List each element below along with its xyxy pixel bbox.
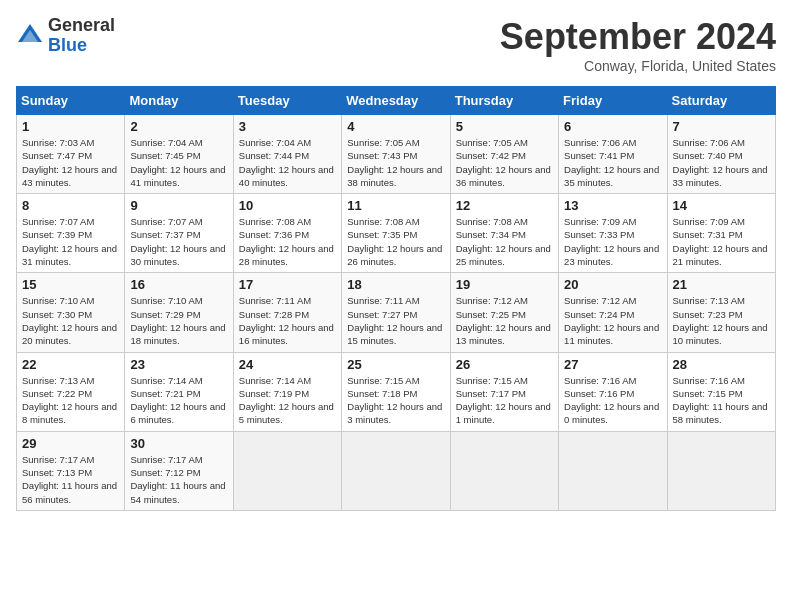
day-number: 27 <box>564 357 661 372</box>
table-cell: 16 Sunrise: 7:10 AM Sunset: 7:29 PM Dayl… <box>125 273 233 352</box>
day-info: Sunrise: 7:04 AM Sunset: 7:45 PM Dayligh… <box>130 136 227 189</box>
day-info: Sunrise: 7:14 AM Sunset: 7:21 PM Dayligh… <box>130 374 227 427</box>
day-info: Sunrise: 7:14 AM Sunset: 7:19 PM Dayligh… <box>239 374 336 427</box>
page-header: General Blue September 2024 Conway, Flor… <box>16 16 776 74</box>
day-info: Sunrise: 7:09 AM Sunset: 7:33 PM Dayligh… <box>564 215 661 268</box>
day-number: 25 <box>347 357 444 372</box>
table-cell: 23 Sunrise: 7:14 AM Sunset: 7:21 PM Dayl… <box>125 352 233 431</box>
day-number: 13 <box>564 198 661 213</box>
table-cell: 15 Sunrise: 7:10 AM Sunset: 7:30 PM Dayl… <box>17 273 125 352</box>
day-number: 3 <box>239 119 336 134</box>
logo: General Blue <box>16 16 115 56</box>
day-number: 29 <box>22 436 119 451</box>
table-cell: 29 Sunrise: 7:17 AM Sunset: 7:13 PM Dayl… <box>17 431 125 510</box>
table-cell: 5 Sunrise: 7:05 AM Sunset: 7:42 PM Dayli… <box>450 115 558 194</box>
day-number: 23 <box>130 357 227 372</box>
day-info: Sunrise: 7:08 AM Sunset: 7:36 PM Dayligh… <box>239 215 336 268</box>
day-info: Sunrise: 7:13 AM Sunset: 7:23 PM Dayligh… <box>673 294 770 347</box>
day-number: 26 <box>456 357 553 372</box>
table-cell: 12 Sunrise: 7:08 AM Sunset: 7:34 PM Dayl… <box>450 194 558 273</box>
table-cell <box>450 431 558 510</box>
table-cell: 24 Sunrise: 7:14 AM Sunset: 7:19 PM Dayl… <box>233 352 341 431</box>
day-number: 15 <box>22 277 119 292</box>
day-info: Sunrise: 7:06 AM Sunset: 7:40 PM Dayligh… <box>673 136 770 189</box>
table-cell: 8 Sunrise: 7:07 AM Sunset: 7:39 PM Dayli… <box>17 194 125 273</box>
table-cell <box>667 431 775 510</box>
day-number: 20 <box>564 277 661 292</box>
table-cell: 6 Sunrise: 7:06 AM Sunset: 7:41 PM Dayli… <box>559 115 667 194</box>
calendar-table: Sunday Monday Tuesday Wednesday Thursday… <box>16 86 776 511</box>
day-info: Sunrise: 7:04 AM Sunset: 7:44 PM Dayligh… <box>239 136 336 189</box>
day-info: Sunrise: 7:05 AM Sunset: 7:43 PM Dayligh… <box>347 136 444 189</box>
day-info: Sunrise: 7:17 AM Sunset: 7:13 PM Dayligh… <box>22 453 119 506</box>
calendar-row-1: 1 Sunrise: 7:03 AM Sunset: 7:47 PM Dayli… <box>17 115 776 194</box>
col-wednesday: Wednesday <box>342 87 450 115</box>
day-info: Sunrise: 7:06 AM Sunset: 7:41 PM Dayligh… <box>564 136 661 189</box>
day-info: Sunrise: 7:11 AM Sunset: 7:27 PM Dayligh… <box>347 294 444 347</box>
day-number: 12 <box>456 198 553 213</box>
day-number: 30 <box>130 436 227 451</box>
month-title: September 2024 <box>500 16 776 58</box>
table-cell: 19 Sunrise: 7:12 AM Sunset: 7:25 PM Dayl… <box>450 273 558 352</box>
day-number: 22 <box>22 357 119 372</box>
col-thursday: Thursday <box>450 87 558 115</box>
col-sunday: Sunday <box>17 87 125 115</box>
day-number: 6 <box>564 119 661 134</box>
day-number: 18 <box>347 277 444 292</box>
table-cell: 4 Sunrise: 7:05 AM Sunset: 7:43 PM Dayli… <box>342 115 450 194</box>
day-info: Sunrise: 7:10 AM Sunset: 7:30 PM Dayligh… <box>22 294 119 347</box>
table-cell: 9 Sunrise: 7:07 AM Sunset: 7:37 PM Dayli… <box>125 194 233 273</box>
table-cell: 30 Sunrise: 7:17 AM Sunset: 7:12 PM Dayl… <box>125 431 233 510</box>
day-info: Sunrise: 7:03 AM Sunset: 7:47 PM Dayligh… <box>22 136 119 189</box>
table-cell: 27 Sunrise: 7:16 AM Sunset: 7:16 PM Dayl… <box>559 352 667 431</box>
day-info: Sunrise: 7:12 AM Sunset: 7:25 PM Dayligh… <box>456 294 553 347</box>
table-cell: 3 Sunrise: 7:04 AM Sunset: 7:44 PM Dayli… <box>233 115 341 194</box>
table-cell: 11 Sunrise: 7:08 AM Sunset: 7:35 PM Dayl… <box>342 194 450 273</box>
table-cell: 13 Sunrise: 7:09 AM Sunset: 7:33 PM Dayl… <box>559 194 667 273</box>
day-info: Sunrise: 7:05 AM Sunset: 7:42 PM Dayligh… <box>456 136 553 189</box>
col-monday: Monday <box>125 87 233 115</box>
table-cell: 7 Sunrise: 7:06 AM Sunset: 7:40 PM Dayli… <box>667 115 775 194</box>
table-cell: 22 Sunrise: 7:13 AM Sunset: 7:22 PM Dayl… <box>17 352 125 431</box>
day-number: 14 <box>673 198 770 213</box>
day-info: Sunrise: 7:16 AM Sunset: 7:15 PM Dayligh… <box>673 374 770 427</box>
table-cell: 28 Sunrise: 7:16 AM Sunset: 7:15 PM Dayl… <box>667 352 775 431</box>
table-cell: 14 Sunrise: 7:09 AM Sunset: 7:31 PM Dayl… <box>667 194 775 273</box>
calendar-row-2: 8 Sunrise: 7:07 AM Sunset: 7:39 PM Dayli… <box>17 194 776 273</box>
day-number: 5 <box>456 119 553 134</box>
day-number: 4 <box>347 119 444 134</box>
day-number: 19 <box>456 277 553 292</box>
col-friday: Friday <box>559 87 667 115</box>
calendar-row-3: 15 Sunrise: 7:10 AM Sunset: 7:30 PM Dayl… <box>17 273 776 352</box>
day-number: 24 <box>239 357 336 372</box>
title-block: September 2024 Conway, Florida, United S… <box>500 16 776 74</box>
table-cell <box>559 431 667 510</box>
col-saturday: Saturday <box>667 87 775 115</box>
day-info: Sunrise: 7:15 AM Sunset: 7:18 PM Dayligh… <box>347 374 444 427</box>
calendar-row-4: 22 Sunrise: 7:13 AM Sunset: 7:22 PM Dayl… <box>17 352 776 431</box>
day-info: Sunrise: 7:10 AM Sunset: 7:29 PM Dayligh… <box>130 294 227 347</box>
logo-icon <box>16 22 44 50</box>
day-number: 8 <box>22 198 119 213</box>
day-info: Sunrise: 7:12 AM Sunset: 7:24 PM Dayligh… <box>564 294 661 347</box>
table-cell <box>342 431 450 510</box>
day-info: Sunrise: 7:07 AM Sunset: 7:39 PM Dayligh… <box>22 215 119 268</box>
day-number: 28 <box>673 357 770 372</box>
day-number: 10 <box>239 198 336 213</box>
day-number: 16 <box>130 277 227 292</box>
table-cell <box>233 431 341 510</box>
day-info: Sunrise: 7:11 AM Sunset: 7:28 PM Dayligh… <box>239 294 336 347</box>
table-cell: 25 Sunrise: 7:15 AM Sunset: 7:18 PM Dayl… <box>342 352 450 431</box>
logo-blue: Blue <box>48 35 87 55</box>
table-cell: 17 Sunrise: 7:11 AM Sunset: 7:28 PM Dayl… <box>233 273 341 352</box>
day-number: 17 <box>239 277 336 292</box>
day-info: Sunrise: 7:07 AM Sunset: 7:37 PM Dayligh… <box>130 215 227 268</box>
table-cell: 21 Sunrise: 7:13 AM Sunset: 7:23 PM Dayl… <box>667 273 775 352</box>
location: Conway, Florida, United States <box>500 58 776 74</box>
table-cell: 1 Sunrise: 7:03 AM Sunset: 7:47 PM Dayli… <box>17 115 125 194</box>
day-number: 1 <box>22 119 119 134</box>
calendar-header-row: Sunday Monday Tuesday Wednesday Thursday… <box>17 87 776 115</box>
day-info: Sunrise: 7:08 AM Sunset: 7:35 PM Dayligh… <box>347 215 444 268</box>
day-number: 7 <box>673 119 770 134</box>
logo-general: General <box>48 15 115 35</box>
